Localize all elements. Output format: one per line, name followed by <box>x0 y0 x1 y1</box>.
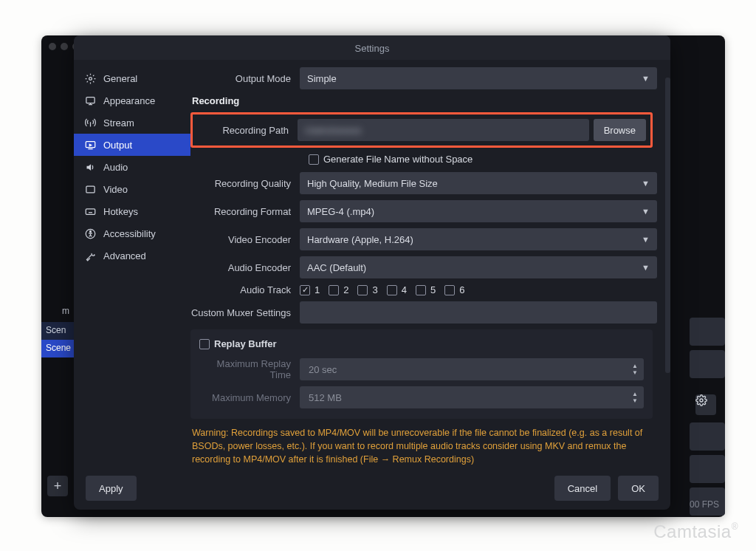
recording-quality-value: High Quality, Medium File Size <box>307 178 438 189</box>
checkbox-icon <box>329 285 339 295</box>
keyboard-icon <box>84 205 96 217</box>
chevron-down-icon: ▼ <box>642 179 650 188</box>
svg-point-1 <box>89 77 92 80</box>
sidebar-item-general[interactable]: General <box>74 67 190 89</box>
chevron-down-icon: ▼ <box>642 235 650 244</box>
chevron-down-icon: ▼ <box>642 263 650 272</box>
chevron-down-icon: ▼ <box>642 207 650 216</box>
sidebar-item-label: Accessibility <box>103 228 156 239</box>
sidebar-item-label: Hotkeys <box>103 206 138 217</box>
stepper-icon: ▲▼ <box>632 363 638 376</box>
gear-icon <box>84 72 96 84</box>
audio-track-4[interactable]: 4 <box>387 284 407 295</box>
replay-buffer-checkbox[interactable]: Replay Buffer <box>199 338 644 349</box>
checkbox-icon <box>199 339 210 349</box>
bg-add-button[interactable]: + <box>47 476 68 496</box>
ok-button[interactable]: OK <box>618 476 659 501</box>
sidebar-item-label: Video <box>103 184 128 195</box>
browse-button[interactable]: Browse <box>594 119 646 141</box>
max-replay-time-value: 20 sec <box>309 364 337 375</box>
dialog-title: Settings <box>74 35 670 60</box>
checkbox-icon <box>300 285 310 295</box>
recording-path-highlight: Recording Path Users/xxxxxx Browse <box>190 112 653 148</box>
checkbox-icon <box>416 285 426 295</box>
audio-track-2[interactable]: 2 <box>329 284 348 295</box>
recording-format-value: MPEG-4 (.mp4) <box>307 206 374 217</box>
audio-encoder-label: Audio Encoder <box>190 262 300 273</box>
bg-settings-icon[interactable] <box>695 394 716 415</box>
recording-path-input[interactable]: Users/xxxxxx <box>298 119 589 141</box>
svg-rect-5 <box>86 208 95 214</box>
video-encoder-select[interactable]: Hardware (Apple, H.264) ▼ <box>300 228 657 250</box>
antenna-icon <box>84 117 96 129</box>
sidebar-item-stream[interactable]: Stream <box>74 112 190 134</box>
traffic-light-close[interactable] <box>49 43 56 50</box>
cancel-button[interactable]: Cancel <box>554 476 611 501</box>
checkbox-icon <box>444 285 455 295</box>
audio-track-5[interactable]: 5 <box>416 284 436 295</box>
recording-format-select[interactable]: MPEG-4 (.mp4) ▼ <box>300 200 657 222</box>
svg-rect-4 <box>86 186 94 193</box>
speaker-icon <box>84 161 96 173</box>
sidebar-item-appearance[interactable]: Appearance <box>74 89 190 112</box>
stepper-icon: ▲▼ <box>632 391 638 404</box>
output-mode-value: Simple <box>307 73 337 84</box>
audio-track-label: Audio Track <box>190 284 300 295</box>
svg-point-0 <box>700 399 703 402</box>
traffic-light-min[interactable] <box>61 43 68 50</box>
sidebar-item-advanced[interactable]: Advanced <box>74 244 190 267</box>
sidebar-item-audio[interactable]: Audio <box>74 156 190 178</box>
settings-content: Output Mode Simple ▼ Recording Recording… <box>190 60 670 467</box>
max-replay-time-input[interactable]: 20 sec ▲▼ <box>300 358 644 380</box>
sidebar-item-label: Appearance <box>103 95 155 106</box>
mp4-warning-text: Warning: Recordings saved to MP4/MOV wil… <box>192 426 647 466</box>
recording-path-value: Users/xxxxxx <box>298 119 589 141</box>
replay-buffer-title: Replay Buffer <box>214 338 277 349</box>
audio-track-6[interactable]: 6 <box>444 284 464 295</box>
sidebar-item-hotkeys[interactable]: Hotkeys <box>74 200 190 222</box>
sidebar-item-label: Stream <box>103 117 134 129</box>
generate-filename-label: Generate File Name without Space <box>323 154 472 165</box>
dialog-footer: Apply Cancel OK <box>74 467 670 510</box>
checkbox-icon <box>309 154 319 165</box>
svg-rect-2 <box>86 97 94 103</box>
settings-dialog: Settings General Appearance Stream Outpu… <box>74 35 670 510</box>
audio-track-1[interactable]: 1 <box>300 284 320 295</box>
svg-point-7 <box>89 230 91 232</box>
accessibility-icon <box>84 227 96 239</box>
max-memory-input[interactable]: 512 MB ▲▼ <box>300 386 644 408</box>
appearance-icon <box>84 95 96 106</box>
sidebar-item-video[interactable]: Video <box>74 178 190 200</box>
recording-section-title: Recording <box>192 95 657 106</box>
bg-monitor-row: m <box>41 301 75 321</box>
camtasia-watermark: Camtasia® <box>653 521 738 542</box>
bg-scenes-header: Scen <box>41 322 75 340</box>
recording-path-label: Recording Path <box>197 125 298 136</box>
generate-filename-checkbox[interactable]: Generate File Name without Space <box>309 154 472 165</box>
settings-sidebar: General Appearance Stream Output Audio V… <box>74 60 190 467</box>
recording-quality-label: Recording Quality <box>190 178 300 189</box>
video-icon <box>84 183 96 195</box>
sidebar-item-accessibility[interactable]: Accessibility <box>74 222 190 244</box>
checkbox-icon <box>387 285 397 295</box>
audio-encoder-select[interactable]: AAC (Default) ▼ <box>300 256 657 278</box>
sidebar-item-output[interactable]: Output <box>74 134 190 156</box>
custom-muxer-input[interactable] <box>300 301 657 324</box>
recording-format-label: Recording Format <box>190 206 300 217</box>
apply-button[interactable]: Apply <box>86 476 137 501</box>
sidebar-item-label: General <box>103 73 137 84</box>
audio-encoder-value: AAC (Default) <box>307 262 366 273</box>
sidebar-item-label: Advanced <box>103 250 146 261</box>
max-replay-time-label: Maximum Replay Time <box>199 358 300 380</box>
audio-track-3[interactable]: 3 <box>357 284 377 295</box>
custom-muxer-label: Custom Muxer Settings <box>190 307 300 318</box>
output-mode-select[interactable]: Simple ▼ <box>300 67 657 89</box>
chevron-down-icon: ▼ <box>642 74 650 83</box>
sidebar-item-label: Audio <box>103 162 128 173</box>
video-encoder-label: Video Encoder <box>190 234 300 245</box>
wrench-icon <box>84 250 96 261</box>
output-mode-label: Output Mode <box>190 73 300 84</box>
recording-quality-select[interactable]: High Quality, Medium File Size ▼ <box>300 172 657 194</box>
scrollbar[interactable] <box>665 78 670 373</box>
bg-scene-item[interactable]: Scene <box>41 340 75 357</box>
